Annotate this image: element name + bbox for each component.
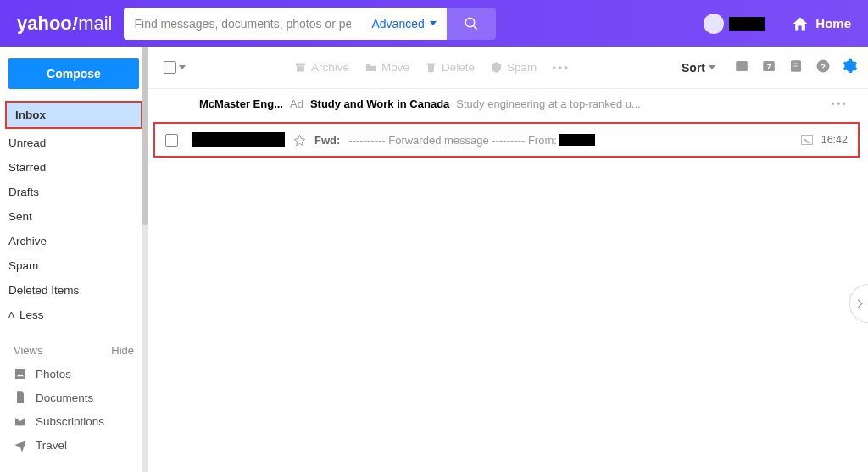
notepad-button[interactable] (787, 57, 805, 75)
delete-icon (425, 61, 437, 74)
ad-title: Study and Work in Canada (310, 97, 449, 110)
sidebar-item-unread[interactable]: Unread (0, 130, 147, 155)
message-time: 16:42 (821, 134, 848, 146)
right-rail-icons: 7 ? (732, 57, 860, 75)
chevron-up-icon: ᐱ (8, 310, 14, 319)
calendar-button[interactable]: 7 (760, 57, 778, 75)
view-subscriptions[interactable]: Subscriptions (0, 409, 147, 433)
ad-tag: Ad (290, 97, 303, 110)
archive-icon (294, 61, 307, 74)
ad-more-button[interactable]: ••• (831, 97, 853, 110)
sidebar-collapse-less[interactable]: ᐱLess (0, 303, 147, 327)
chevron-down-icon (179, 65, 186, 69)
account-name-redacted (729, 17, 765, 31)
view-documents[interactable]: Documents (0, 386, 147, 409)
main-content: 7 ? Archive Move Delete Spam ••• Sort Mc… (148, 47, 868, 472)
sidebar: Compose Inbox Unread Starred Drafts Sent… (0, 47, 148, 472)
documents-icon (14, 391, 27, 404)
ad-description: Study engineering at a top-ranked u... (456, 97, 824, 110)
message-highlight-box: Fwd: ---------- Forwarded message ------… (153, 122, 860, 158)
move-icon (364, 61, 377, 74)
attachment-image-icon (801, 135, 813, 145)
sidebar-item-drafts[interactable]: Drafts (0, 180, 147, 204)
travel-icon (14, 438, 27, 452)
account-menu[interactable] (704, 14, 765, 34)
spam-button[interactable]: Spam (490, 61, 537, 75)
svg-text:?: ? (821, 62, 826, 71)
contacts-button[interactable] (732, 57, 751, 75)
more-actions-button[interactable]: ••• (552, 61, 570, 75)
photos-icon (14, 367, 27, 380)
subscriptions-icon (14, 414, 27, 428)
home-link[interactable]: Home (792, 15, 851, 32)
search-wrap: Advanced (124, 8, 495, 40)
svg-text:7: 7 (767, 64, 771, 71)
view-photos[interactable]: Photos (0, 362, 147, 386)
select-all-checkbox[interactable] (164, 61, 176, 74)
gear-icon (843, 58, 858, 74)
sidebar-item-spam[interactable]: Spam (0, 253, 147, 278)
advanced-search-dropdown[interactable]: Advanced (361, 8, 446, 40)
folders-section-header: FoldersHide (0, 469, 147, 472)
archive-button[interactable]: Archive (294, 61, 349, 75)
compose-button[interactable]: Compose (8, 58, 139, 89)
search-button[interactable] (447, 8, 496, 40)
sidebar-item-inbox[interactable]: Inbox (7, 103, 141, 127)
move-button[interactable]: Move (364, 61, 409, 75)
chevron-down-icon (430, 21, 437, 25)
delete-button[interactable]: Delete (425, 61, 475, 75)
sidebar-scrollbar[interactable] (142, 47, 148, 472)
settings-button[interactable] (841, 57, 860, 75)
views-hide-toggle[interactable]: Hide (111, 344, 134, 357)
svg-rect-12 (296, 64, 305, 66)
select-all[interactable] (164, 61, 186, 74)
sidebar-item-deleted[interactable]: Deleted Items (0, 278, 147, 303)
yahoo-mail-logo[interactable]: yahoo!mail (17, 13, 112, 35)
avatar-icon (704, 14, 724, 34)
view-travel[interactable]: Travel (0, 433, 147, 457)
views-section-header: ViewsHide (0, 339, 147, 362)
star-icon[interactable] (293, 134, 306, 147)
ad-sender: McMaster Eng... (199, 97, 283, 110)
ad-row[interactable]: McMaster Eng... Ad Study and Work in Can… (148, 89, 868, 119)
sidebar-item-sent[interactable]: Sent (0, 204, 147, 229)
sidebar-item-starred[interactable]: Starred (0, 155, 147, 180)
help-button[interactable]: ? (814, 57, 832, 75)
svg-rect-4 (736, 61, 748, 71)
message-sender-redacted (192, 132, 285, 147)
home-icon (792, 15, 809, 32)
search-input[interactable] (124, 8, 361, 40)
chevron-down-icon (709, 65, 715, 69)
message-snippet: ---------- Forwarded message --------- F… (348, 134, 792, 147)
svg-point-0 (465, 18, 475, 27)
scroll-right-button[interactable] (849, 284, 868, 323)
header-bar: yahoo!mail Advanced Home (0, 0, 868, 47)
sidebar-item-archive[interactable]: Archive (0, 229, 147, 253)
sort-dropdown[interactable]: Sort (682, 61, 715, 75)
search-icon (464, 16, 479, 31)
svg-rect-13 (297, 66, 304, 71)
spam-icon (490, 61, 503, 74)
message-row[interactable]: Fwd: ---------- Forwarded message ------… (155, 124, 858, 156)
svg-rect-2 (15, 369, 25, 379)
message-subject: Fwd: (314, 134, 340, 147)
svg-line-1 (473, 25, 477, 30)
message-checkbox[interactable] (165, 134, 178, 147)
inbox-highlight-box: Inbox (5, 101, 142, 129)
